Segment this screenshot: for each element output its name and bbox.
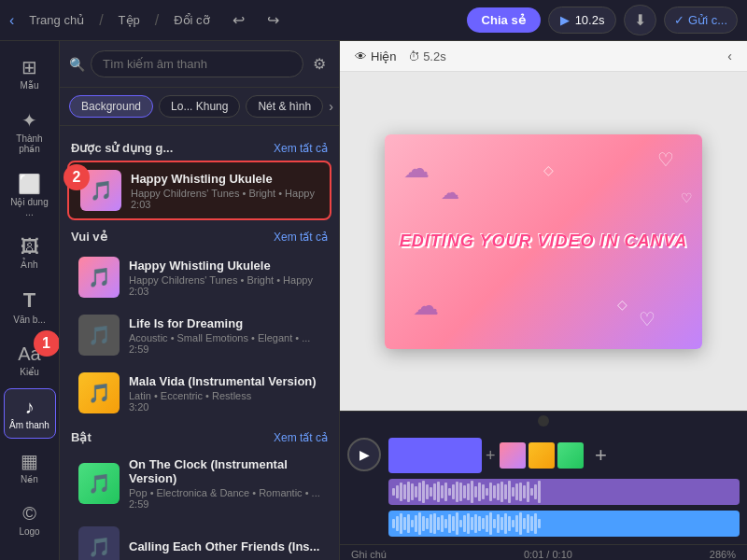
beat-track-thumb-1: 🎵: [78, 463, 120, 504]
recently-used-header: Được sử dụng g... Xem tất cả: [60, 133, 339, 159]
sidebar-item-kieu[interactable]: 1 Aa Kiểu: [4, 336, 56, 385]
video-block[interactable]: [388, 438, 482, 473]
add-track-button[interactable]: +: [587, 441, 615, 469]
filter-tag-nethinh[interactable]: Nét & hình: [246, 95, 323, 118]
sidebar-label-logo: Logo: [19, 526, 39, 537]
collapse-panel-button[interactable]: ‹: [727, 49, 732, 63]
audio-panel: 🔍 ⚙ Background Lo... Khung Nét & hình › …: [60, 41, 340, 560]
audio-icon: ♪: [25, 397, 35, 418]
eye-icon: 👁: [355, 49, 367, 63]
fun-track-thumb-1: 🎵: [78, 257, 120, 298]
play-button[interactable]: ▶ 10.2s: [548, 7, 617, 34]
top-navigation: ‹ Trang chủ / Tệp / Đổi cỡ ↩ ↪ Chia sẻ ▶…: [0, 0, 747, 41]
play-time-label: 0:01 / 0:10: [524, 549, 572, 560]
fun-section-title: Vui vẻ: [71, 230, 107, 244]
timeline-play-button[interactable]: ▶: [347, 438, 381, 471]
diamond-decoration-1: ◇: [543, 162, 554, 177]
sidebar-item-noidung[interactable]: ⬜ Nội dung ...: [4, 165, 56, 225]
sidebar-label-nen: Nền: [21, 474, 38, 484]
track-item-selected[interactable]: 🎵 Happy Whistling Ukulele Happy Children…: [67, 161, 331, 220]
sidebar-item-thanhphan[interactable]: ✦ Thành phần: [4, 102, 56, 161]
back-arrow-icon[interactable]: ‹: [9, 12, 14, 29]
fun-track-meta-3: Latin • Eccentric • Restless 3:20: [129, 390, 320, 413]
sidebar-item-logo[interactable]: © Logo: [4, 496, 56, 544]
download-button[interactable]: ⬇: [624, 5, 656, 35]
beat-track-1[interactable]: 🎵 On The Clock (Instrumental Version) Po…: [67, 450, 331, 517]
elements-icon: ✦: [21, 109, 37, 132]
visibility-button[interactable]: 👁 Hiện: [355, 49, 397, 63]
sidebar-item-nen[interactable]: ▦ Nền: [4, 442, 56, 492]
beat-see-all[interactable]: Xem tất cả: [274, 431, 328, 444]
fun-track-thumb-3: 🎵: [78, 372, 120, 413]
panel-content: Được sử dụng g... Xem tất cả 2 🎵 Happy W…: [60, 126, 339, 560]
sidebar-label-anh: Ảnh: [21, 259, 37, 270]
fun-track-2[interactable]: 🎵 Life Is for Dreaming Acoustic • Small …: [67, 307, 331, 363]
fun-track-1[interactable]: 🎵 Happy Whistling Ukulele Happy Children…: [67, 249, 331, 305]
content-icon: ⬜: [18, 173, 41, 195]
heart-decoration-2: ♡: [681, 190, 693, 205]
sidebar-label-thanhphan: Thành phần: [7, 133, 52, 154]
beat-track-2[interactable]: 🎵 Calling Each Other Friends (Ins...: [67, 519, 331, 560]
tracks-area: + +: [388, 438, 740, 537]
fun-track-meta-1: Happy Childrens' Tunes • Bright • Happy …: [129, 274, 320, 297]
resize-button[interactable]: Đổi cỡ: [166, 9, 217, 31]
sidebar-label-kieu: Kiểu: [20, 367, 38, 377]
sidebar-label-vanban: Văn b...: [13, 315, 45, 325]
fun-track-name-2: Life Is for Dreaming: [129, 316, 320, 330]
right-content: 👁 Hiện ⏱ 5.2s ‹ ☁ ☁ ☁ ♡ ♡ ♡ ◇ ◇ EDITING …: [340, 41, 747, 560]
cloud-decoration-2: ☁: [441, 181, 459, 203]
play-icon: ▶: [560, 13, 570, 27]
heart-decoration-1: ♡: [657, 148, 674, 171]
redo-button[interactable]: ↪: [260, 7, 287, 33]
filter-tags-row: Background Lo... Khung Nét & hình ›: [60, 88, 339, 126]
fun-see-all[interactable]: Xem tất cả: [274, 231, 328, 244]
recently-used-see-all[interactable]: Xem tất cả: [274, 142, 328, 155]
waveform-purple: [388, 479, 740, 505]
sidebar-item-mau[interactable]: ⊞ Mẫu: [4, 49, 56, 98]
sidebar-label-amthanh: Âm thanh: [9, 420, 49, 430]
beat-track-name-1: On The Clock (Instrumental Version): [129, 457, 320, 485]
sidebar-item-anh[interactable]: 🖼 Ảnh: [4, 229, 56, 277]
sidebar-item-vanban[interactable]: T Văn b...: [4, 281, 56, 332]
clip-thumb-1[interactable]: [500, 442, 526, 469]
add-clip-icon: +: [486, 446, 496, 466]
filter-more-icon[interactable]: ›: [329, 95, 333, 118]
search-bar: 🔍 ⚙: [60, 41, 339, 88]
fun-track-name-1: Happy Whistling Ukulele: [129, 259, 320, 273]
clip-thumb-2[interactable]: [529, 442, 555, 469]
timeline: ▶ + +: [340, 411, 747, 560]
audio-track-row-1: [388, 479, 740, 505]
sidebar-item-amthanh[interactable]: ♪ Âm thanh: [4, 388, 56, 439]
timeline-tracks: ▶ + +: [340, 430, 747, 544]
file-button[interactable]: Tệp: [111, 9, 148, 31]
beat-track-thumb-2: 🎵: [78, 526, 120, 560]
canvas-frame[interactable]: ☁ ☁ ☁ ♡ ♡ ♡ ◇ ◇ EDITING YOUR VIDEO IN CA…: [385, 134, 702, 349]
clip-thumbnails: [500, 442, 584, 469]
filter-tag-background[interactable]: Background: [69, 95, 153, 118]
diamond-decoration-2: ◇: [617, 297, 627, 312]
logo-icon: ©: [22, 503, 36, 525]
audio-track-row-2: [388, 511, 740, 537]
share-button[interactable]: Chia sẻ: [467, 7, 541, 33]
audio-track-blue[interactable]: [388, 511, 740, 537]
heart-decoration-3: ♡: [639, 308, 655, 330]
recently-used-title: Được sử dụng g...: [71, 141, 173, 155]
fun-section-header: Vui vẻ Xem tất cả: [60, 222, 339, 247]
canvas-time: ⏱ 5.2s: [408, 49, 446, 63]
fun-track-name-3: Mala Vida (Instrumental Version): [129, 374, 320, 388]
home-button[interactable]: Trang chủ: [21, 9, 92, 31]
send-button[interactable]: ✓ Gửi c...: [664, 7, 738, 34]
fun-track-3[interactable]: 🎵 Mala Vida (Instrumental Version) Latin…: [67, 365, 331, 421]
track-thumb-1: 🎵: [80, 170, 121, 211]
background-icon: ▦: [21, 450, 38, 472]
fun-track-meta-2: Acoustic • Small Emotions • Elegant • ..…: [129, 332, 320, 355]
video-track-row: + +: [388, 438, 740, 473]
search-input[interactable]: [91, 50, 303, 77]
audio-track-purple[interactable]: [388, 479, 740, 505]
filter-button[interactable]: ⚙: [309, 51, 330, 77]
clip-thumb-3[interactable]: [557, 442, 584, 469]
undo-button[interactable]: ↩: [225, 7, 252, 33]
filter-tag-lokhung[interactable]: Lo... Khung: [159, 95, 240, 118]
timeline-footer: Ghi chú 0:01 / 0:10 286%: [340, 544, 747, 560]
cloud-decoration-3: ☁: [413, 290, 439, 321]
